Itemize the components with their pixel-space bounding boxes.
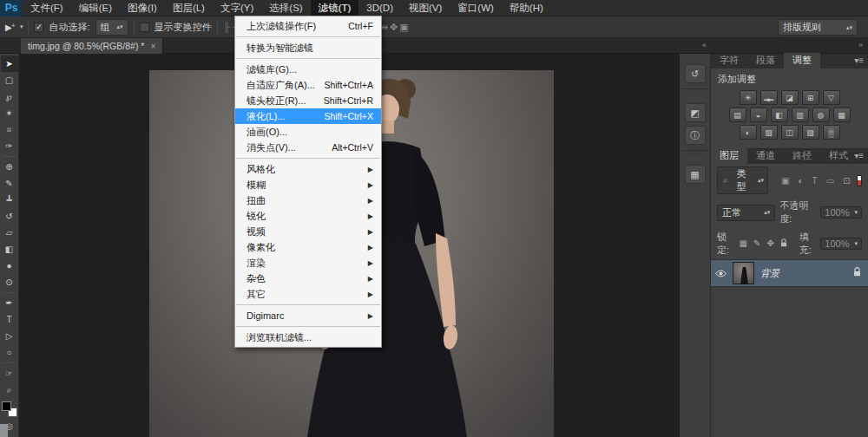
filter-menu-item-15[interactable]: 视频▶ xyxy=(235,224,381,239)
fill-dropdown[interactable]: 100% ▾ xyxy=(820,238,862,250)
color-swatches[interactable] xyxy=(2,401,17,417)
brush-tool[interactable]: ✎ xyxy=(1,175,18,192)
filter-menu-item-12[interactable]: 模糊▶ xyxy=(235,177,381,192)
hue-saturation-icon[interactable]: ▤ xyxy=(729,108,746,122)
dodge-tool[interactable]: ⊙ xyxy=(1,274,18,290)
filter-menu-item-0[interactable]: 上次滤镜操作(F)Ctrl+F xyxy=(235,18,381,34)
photo-filter-icon[interactable]: ▥ xyxy=(792,108,809,122)
menubar-item-10[interactable]: 帮助(H) xyxy=(502,0,551,16)
lasso-tool[interactable]: ℘ xyxy=(1,88,18,105)
layer-tab-2[interactable]: 路径 xyxy=(784,148,820,164)
panel-menu-icon[interactable]: ▾≡ xyxy=(854,151,864,160)
menubar-item-0[interactable]: 文件(F) xyxy=(23,0,71,16)
tab-1[interactable]: 段落 xyxy=(747,53,784,68)
filter-menu-item-7[interactable]: 液化(L)...Shift+Ctrl+X xyxy=(235,108,381,124)
blend-mode-dropdown[interactable]: 正常 ▴▾ xyxy=(717,205,775,221)
color-lookup-icon[interactable]: ▦ xyxy=(833,108,851,122)
menubar-item-4[interactable]: 文字(Y) xyxy=(213,0,261,16)
gradient-map-icon[interactable]: ▧ xyxy=(802,125,819,140)
auto-select-checkbox[interactable]: ✓ xyxy=(34,23,43,32)
menubar-item-2[interactable]: 图像(I) xyxy=(120,0,165,16)
eraser-tool[interactable]: ▱ xyxy=(1,225,18,241)
crop-tool[interactable]: ⌗ xyxy=(1,121,18,138)
filter-menu-item-9[interactable]: 消失点(V)...Alt+Ctrl+V xyxy=(235,140,381,155)
filter-menu-item-8[interactable]: 油画(O)... xyxy=(235,124,381,140)
menubar-item-7[interactable]: 3D(D) xyxy=(358,0,401,16)
clone-stamp-tool[interactable]: ┻ xyxy=(1,192,18,208)
lock-pixels-icon[interactable]: ✎ xyxy=(753,238,761,249)
menubar-item-8[interactable]: 视图(V) xyxy=(401,0,450,16)
lock-all-icon[interactable] xyxy=(779,238,788,249)
opacity-dropdown[interactable]: 100% ▾ xyxy=(820,206,862,218)
menubar-item-1[interactable]: 编辑(E) xyxy=(71,0,120,16)
blur-tool[interactable]: ● xyxy=(1,258,18,274)
panel-menu-icon[interactable]: ▾≡ xyxy=(854,55,864,65)
quick-selection-tool[interactable]: ✶ xyxy=(1,105,18,121)
color-balance-icon[interactable]: ◒ xyxy=(750,108,767,122)
filter-menu-item-4[interactable]: 滤镜库(G)... xyxy=(235,62,381,77)
filter-pixel-layers-icon[interactable]: ▣ xyxy=(779,176,791,186)
tool-preset-arrow-icon[interactable]: ▾ xyxy=(20,23,23,30)
layer-filter-toggle[interactable] xyxy=(857,175,862,186)
pen-tool[interactable]: ✒ xyxy=(1,295,18,311)
filter-shape-layers-icon[interactable]: ▭ xyxy=(825,176,836,186)
lock-position-icon[interactable]: ✥ xyxy=(766,238,774,249)
posterize-icon[interactable]: ▨ xyxy=(760,125,778,140)
channel-mixer-icon[interactable]: ◍ xyxy=(812,108,830,122)
filter-smart-objects-icon[interactable]: ⊡ xyxy=(841,176,852,186)
filter-menu-item-2[interactable]: 转换为智能滤镜 xyxy=(235,40,381,55)
filter-menu-item-5[interactable]: 自适应广角(A)...Shift+Ctrl+A xyxy=(235,77,381,93)
filter-type-layers-icon[interactable]: T xyxy=(811,176,819,186)
curves-icon[interactable]: ◪ xyxy=(781,90,799,105)
marquee-tool[interactable]: ▢ xyxy=(1,72,18,88)
exposure-icon[interactable]: ⊞ xyxy=(802,90,819,105)
character-panel-icon[interactable]: ▦ xyxy=(685,165,706,184)
filter-menu-item-16[interactable]: 像素化▶ xyxy=(235,239,381,255)
layer-tab-0[interactable]: 图层 xyxy=(711,148,747,164)
layers-empty-area[interactable] xyxy=(711,287,868,437)
menubar-item-9[interactable]: 窗口(W) xyxy=(450,0,502,16)
document-tab[interactable]: timg.jpg @ 80.5%(RGB/8#) * × xyxy=(21,38,163,54)
filter-menu-item-17[interactable]: 渲染▶ xyxy=(235,255,381,271)
layer-tab-3[interactable]: 样式 xyxy=(820,148,857,164)
tab-2[interactable]: 调整 xyxy=(784,53,820,68)
path-select-tool[interactable]: ▷ xyxy=(1,328,18,344)
hand-tool[interactable]: ☞ xyxy=(1,365,18,382)
move-tool-preset-icon[interactable]: ▶⁺ xyxy=(5,23,15,32)
threshold-icon[interactable]: ◫ xyxy=(781,125,799,140)
tab-0[interactable]: 字符 xyxy=(711,53,747,68)
foreground-color-swatch[interactable] xyxy=(2,401,11,411)
3d-slide-icon[interactable]: ✥ xyxy=(389,22,398,32)
show-transform-checkbox[interactable] xyxy=(140,23,149,32)
shape-tool[interactable]: ○ xyxy=(1,344,18,361)
filter-menu-item-19[interactable]: 其它▶ xyxy=(235,286,381,302)
filter-menu-item-11[interactable]: 风格化▶ xyxy=(235,161,381,177)
3d-camera-icon[interactable]: ▣ xyxy=(398,22,409,32)
background-layer-row[interactable]: 背景 xyxy=(711,259,868,287)
move-tool[interactable]: ➤ xyxy=(1,55,18,72)
layer-tab-1[interactable]: 通道 xyxy=(747,148,784,164)
history-panel-icon[interactable]: ↺ xyxy=(685,64,706,83)
close-icon[interactable]: × xyxy=(150,42,155,51)
info-panel-icon[interactable]: ⓘ xyxy=(685,126,706,145)
eyedropper-tool[interactable]: ✑ xyxy=(1,138,18,154)
workspace-dropdown[interactable]: 排版规则 ▴▾ xyxy=(778,19,858,36)
gradient-tool[interactable]: ◧ xyxy=(1,241,18,258)
collapse-dock-left-icon[interactable]: « xyxy=(702,41,707,49)
filter-menu-item-23[interactable]: 浏览联机滤镜... xyxy=(235,329,381,345)
selective-color-icon[interactable]: ▒ xyxy=(823,125,840,140)
menubar-item-6[interactable]: 滤镜(T) xyxy=(311,0,359,16)
brightness-contrast-icon[interactable]: ☀ xyxy=(740,90,757,105)
collapse-dock-right-icon[interactable]: » xyxy=(858,41,863,49)
menubar-item-5[interactable]: 选择(S) xyxy=(261,0,310,16)
layer-filter-kind-dropdown[interactable]: ⌕ 类型 ▴▾ xyxy=(717,166,768,194)
invert-icon[interactable]: ◐ xyxy=(740,125,757,140)
properties-panel-icon[interactable]: ◩ xyxy=(685,103,706,122)
levels-icon[interactable]: ▂▄▂ xyxy=(760,90,778,105)
spot-healing-tool[interactable]: ⊕ xyxy=(1,159,18,175)
filter-menu-item-14[interactable]: 锐化▶ xyxy=(235,208,381,224)
vibrance-icon[interactable]: ▽ xyxy=(823,90,840,105)
align-left-icon[interactable]: ╟ xyxy=(223,22,232,32)
type-tool[interactable]: T xyxy=(1,311,18,328)
filter-menu-item-21[interactable]: Digimarc▶ xyxy=(235,308,381,323)
